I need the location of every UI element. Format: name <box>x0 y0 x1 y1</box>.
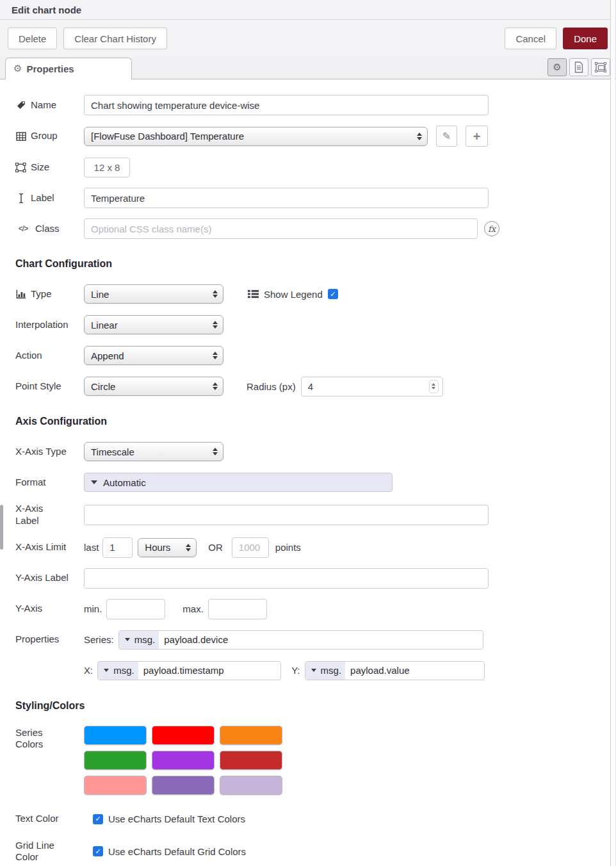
y-min-label: min. <box>84 603 102 614</box>
grid-color-checkbox[interactable]: ✓ <box>93 846 103 856</box>
name-label: Name <box>15 99 84 111</box>
group-label: Group <box>15 130 84 142</box>
size-button[interactable]: 12 x 8 <box>84 158 130 177</box>
y-axis-minmax-row: Y-Axis min. max. <box>15 599 615 619</box>
document-icon <box>574 61 584 73</box>
group-select[interactable]: [FlowFuse Dashboard] Temperature <box>84 127 428 146</box>
grid-color-label: Grid Line Color <box>15 840 84 864</box>
text-color-checkbox[interactable]: ✓ <box>93 814 103 824</box>
appearance-button[interactable] <box>591 58 610 76</box>
series-color-swatch-9[interactable] <box>220 776 282 795</box>
left-scrollbar-thumb[interactable] <box>0 505 3 550</box>
tab-properties-label: Properties <box>26 63 74 74</box>
chart-configuration-heading: Chart Configuration <box>15 258 615 270</box>
x-axis-type-select[interactable]: Timescale <box>84 442 223 461</box>
text-color-label: Text Color <box>15 813 84 825</box>
bar-chart-icon <box>15 290 26 299</box>
x-axis-label-input[interactable] <box>84 505 489 525</box>
show-legend-label: Show Legend <box>264 289 323 300</box>
limit-points-input[interactable] <box>232 537 269 558</box>
tab-icon-buttons: ⚙ <box>547 58 610 76</box>
msg-type-chip[interactable]: msg. <box>305 662 346 680</box>
msg-type-chip[interactable]: msg. <box>98 662 138 680</box>
series-label: Series: <box>84 634 114 645</box>
text-color-row: Text Color ✓ Use eCharts Default Text Co… <box>15 809 615 829</box>
dialog-title: Edit chart node <box>12 4 81 15</box>
object-group-icon <box>15 163 26 172</box>
clear-chart-history-button[interactable]: Clear Chart History <box>63 28 167 49</box>
series-color-swatch-1[interactable] <box>84 726 147 745</box>
label-label: Label <box>15 192 84 204</box>
size-row: Size 12 x 8 <box>15 157 615 177</box>
tab-bar: ⚙ Properties ⚙ <box>0 57 615 79</box>
interpolation-label: Interpolation <box>15 319 84 331</box>
done-button[interactable]: Done <box>563 28 608 49</box>
series-color-swatch-5[interactable] <box>152 751 215 770</box>
action-label: Action <box>15 350 84 362</box>
point-style-select[interactable]: Circle <box>84 377 223 396</box>
msg-type-chip[interactable]: msg. <box>119 631 159 649</box>
properties-series-row: Properties Series: msg. payload.device <box>15 630 615 650</box>
interpolation-select[interactable]: Linear <box>84 315 223 334</box>
series-color-swatch-3[interactable] <box>220 726 282 745</box>
y-max-label: max. <box>182 603 204 614</box>
dialog-header: Edit chart node <box>0 0 615 20</box>
series-color-swatch-7[interactable] <box>84 776 147 795</box>
properties-label: Properties <box>15 633 84 646</box>
y-axis-label-input[interactable] <box>84 568 489 589</box>
y-min-input[interactable] <box>106 599 165 619</box>
y-max-input[interactable] <box>208 599 267 619</box>
x-axis-label-row: X-Axis Label <box>15 503 615 527</box>
description-button[interactable] <box>569 58 588 76</box>
series-colors-label: Series Colors <box>15 726 84 751</box>
grid-color-row: Grid Line Color ✓ Use eCharts Default Gr… <box>15 840 615 864</box>
limit-value-input[interactable] <box>102 537 133 558</box>
radius-input[interactable] <box>301 377 443 396</box>
delete-button[interactable]: Delete <box>8 28 57 49</box>
x-axis-limit-row: X-Axis Limit last Hours OR points <box>15 537 615 558</box>
name-row: Name <box>15 95 615 115</box>
right-scrollbar-track[interactable] <box>610 0 615 866</box>
format-row: Format Automatic <box>15 472 615 493</box>
properties-xy-row: X: msg. payload.timestamp Y: msg. payloa… <box>84 660 615 681</box>
y-axis-label: Y-Axis <box>15 603 84 615</box>
chevron-down-icon <box>91 480 97 484</box>
limit-unit-select[interactable]: Hours <box>138 538 197 557</box>
series-colors-row: Series Colors <box>15 726 615 795</box>
action-select[interactable]: Append <box>84 346 223 365</box>
select-arrows-icon <box>213 382 218 390</box>
select-arrows-icon <box>186 544 191 551</box>
add-group-button[interactable]: + <box>466 126 488 147</box>
cancel-button[interactable]: Cancel <box>505 28 556 49</box>
series-color-swatch-8[interactable] <box>152 776 215 795</box>
action-row: Action Append <box>15 345 615 366</box>
format-label: Format <box>15 477 84 489</box>
edit-group-button[interactable]: ✎ <box>436 126 457 147</box>
name-input[interactable] <box>84 95 489 115</box>
radius-label: Radius (px) <box>247 381 296 392</box>
text-cursor-icon <box>15 193 26 204</box>
point-style-row: Point Style Circle Radius (px) <box>15 376 615 396</box>
table-icon <box>15 132 26 141</box>
tab-properties[interactable]: ⚙ Properties <box>5 58 132 79</box>
properties-gear-button[interactable]: ⚙ <box>547 58 567 76</box>
x-typed-input[interactable]: msg. payload.timestamp <box>97 661 281 680</box>
y-typed-input[interactable]: msg. payload.value <box>305 661 485 680</box>
properties-form: Name Group [FlowFuse Dashboard] Temperat… <box>0 79 615 863</box>
number-spinner-icon[interactable] <box>429 380 439 393</box>
series-color-swatch-6[interactable] <box>220 751 282 770</box>
show-legend-checkbox[interactable]: ✓ <box>328 289 338 299</box>
series-typed-input[interactable]: msg. payload.device <box>118 630 483 650</box>
series-color-swatch-4[interactable] <box>84 751 147 770</box>
point-style-label: Point Style <box>15 380 84 393</box>
format-dropdown[interactable]: Automatic <box>84 473 393 492</box>
series-colors-grid <box>84 726 282 795</box>
select-arrows-icon <box>213 352 218 359</box>
type-select[interactable]: Line <box>84 284 223 304</box>
class-input[interactable] <box>84 218 478 239</box>
label-row: Label <box>15 188 615 208</box>
label-input[interactable] <box>84 188 489 208</box>
y-property-label: Y: <box>291 665 300 676</box>
class-label: </> Class <box>15 223 84 235</box>
series-color-swatch-2[interactable] <box>152 726 215 745</box>
